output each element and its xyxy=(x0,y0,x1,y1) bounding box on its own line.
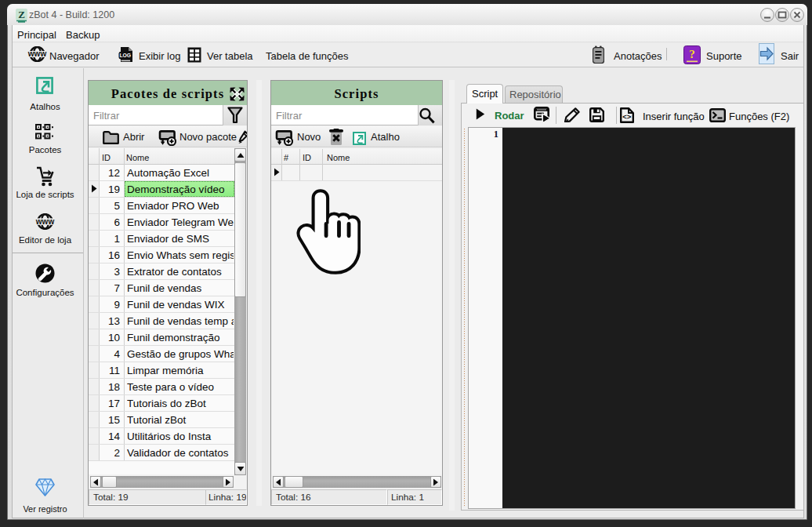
svg-text:Z: Z xyxy=(18,9,25,20)
svg-text:www: www xyxy=(27,49,46,58)
svg-text:?: ? xyxy=(689,48,695,60)
svg-text:LOG: LOG xyxy=(119,53,131,58)
svg-text:www: www xyxy=(35,217,54,226)
svg-text:<>: <> xyxy=(622,112,632,121)
